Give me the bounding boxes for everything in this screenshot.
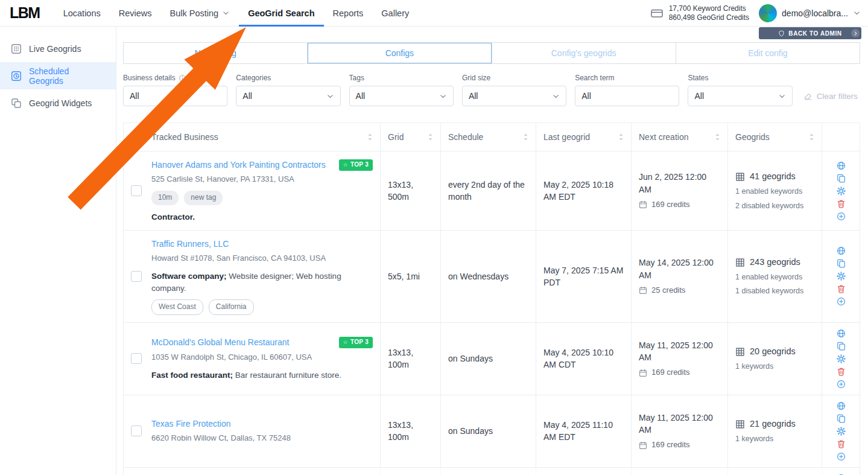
business-link[interactable]: Hanover Adams and York Painting Contract… [151,159,326,171]
delete-button[interactable] [837,367,846,376]
sort-icon[interactable] [715,133,720,141]
app-root: LBM Locations Reviews Bulk Posting GeoGr… [0,0,868,475]
nav-label: Reports [333,8,364,18]
row-checkbox[interactable] [131,426,142,436]
tracked-business-cell: Hanover Adams and York Painting Contract… [124,151,381,230]
app-logo[interactable]: LBM [10,4,40,22]
settings-button[interactable] [837,427,846,436]
next-creation-cell: Jun 2, 2025 12:00 AM 169 credits [632,151,728,230]
credit-card-icon [650,8,664,19]
settings-button[interactable] [837,186,846,196]
row-checkbox[interactable] [131,185,142,196]
star-icon: ☆ [343,339,348,346]
filter-states: States All [688,74,792,106]
tags-select[interactable]: All [349,86,454,106]
sort-icon[interactable] [428,133,433,141]
categories-select[interactable]: All [236,86,340,106]
clear-filters-label: Clear filters [817,92,858,101]
duplicate-button[interactable] [837,342,846,351]
tab-configs[interactable]: Configs [307,43,491,63]
grid-cell: 13x13, 100m [381,323,441,395]
next-creation-date: May 14, 2025 12:00 AM [639,257,720,281]
geogrids-cell: 20 geogrids 1 keywords [728,323,822,395]
grid-size-select[interactable]: All [462,86,566,106]
next-creation-cell: May 14, 2025 12:00 AM 25 credits [632,231,728,322]
nav-geogrid-search[interactable]: GeoGrid Search [239,0,323,26]
sort-icon[interactable] [367,133,373,141]
last-geogrid-cell: May 2, 2025 10:18 AM EDT [536,151,632,230]
clock-icon [11,71,22,81]
select-value: All [469,91,478,101]
geogrids-cell: 243 geogrids 1 enabled keywords 1 disabl… [728,231,822,322]
sort-icon[interactable] [809,133,814,141]
duplicate-button[interactable] [837,259,846,268]
add-button[interactable] [837,380,846,389]
last-geogrid-cell: May 4, 2025 11:10 AM EDT [536,395,632,467]
nav-bulk-posting[interactable]: Bulk Posting [161,0,239,26]
sidebar-item-scheduled-geogrids[interactable]: Scheduled Geogrids [0,62,116,89]
sort-icon[interactable] [618,133,624,141]
sort-icon[interactable] [523,133,528,141]
schedule-cell: every 2nd day of the month [441,151,536,230]
nav-gallery[interactable]: Gallery [372,0,418,26]
settings-button[interactable] [837,354,846,363]
geogrids-count: 243 geogrids [750,256,800,269]
table-row: Texas Fire Protection 6620 Robin Willow … [124,395,860,468]
delete-button[interactable] [837,284,846,293]
row-checkbox[interactable] [131,353,142,364]
schedule-cell: on Sundays [441,323,536,395]
view-geogrids-button[interactable] [837,329,846,338]
back-to-admin-button[interactable]: BACK TO ADMIN [759,27,861,39]
filter-tags: Tags All [349,74,454,106]
view-geogrids-button[interactable] [837,401,846,410]
business-address: 6620 Robin Willow Ct, Dallas, TX 75248 [151,433,373,444]
geogrids-cell: 41 geogrids 1 enabled keywords 2 disable… [728,151,822,230]
top-nav-bar: LBM Locations Reviews Bulk Posting GeoGr… [0,0,868,27]
duplicate-button[interactable] [837,174,846,183]
business-categories: Fast food restaurant; Bar restaurant fur… [151,369,373,381]
add-button[interactable] [837,297,846,306]
sidebar-item-live-geogrids[interactable]: Live Geogrids [0,35,116,62]
user-menu[interactable]: demo@localbra... [759,4,861,22]
tag-pill: California [209,299,254,314]
avatar [759,4,777,22]
select-value: All [242,91,252,101]
row-checkbox[interactable] [131,271,142,282]
nav-reviews[interactable]: Reviews [110,0,161,26]
nav-locations[interactable]: Locations [54,0,110,26]
nav-reports[interactable]: Reports [324,0,373,26]
table-row: Hanover Adams and York Painting Contract… [124,151,860,231]
eraser-icon [803,92,813,101]
business-address: 525 Carlisle St, Hanover, PA 17331, USA [151,174,373,185]
view-geogrids-button[interactable] [837,246,846,255]
delete-button[interactable] [837,199,846,208]
clear-filters-button[interactable]: Clear filters [801,86,860,106]
next-creation-date: Jun 2, 2025 12:00 AM [639,171,720,196]
chevron-down-icon [853,9,861,17]
view-geogrids-button[interactable] [837,161,846,170]
tag-pill: 10m [151,191,179,205]
business-link[interactable]: Traffic Runners, LLC [151,238,229,250]
next-creation-cell: May 11, 2025 12:00 AM 169 credits [632,323,728,395]
filter-label: Tags [349,74,454,82]
sidebar: Live Geogrids Scheduled Geogrids Geogrid… [0,27,116,475]
select-all-checkbox[interactable] [131,132,142,142]
grid-dots-icon [11,43,22,54]
settings-button[interactable] [837,272,846,281]
sidebar-item-geogrid-widgets[interactable]: Geogrid Widgets [0,89,116,116]
duplicate-button[interactable] [837,414,846,423]
search-term-input[interactable] [575,86,679,106]
tab-new-config[interactable]: New config [124,43,307,63]
filter-business-details: Business details [123,74,227,106]
business-link[interactable]: Texas Fire Protection [151,418,231,430]
calendar-icon [639,441,647,450]
delete-button[interactable] [837,439,846,448]
sidebar-item-label: Geogrid Widgets [29,98,92,108]
add-button[interactable] [837,452,846,461]
states-select[interactable]: All [688,86,792,106]
business-details-input[interactable] [123,86,227,106]
grid-cell: 5x5, 1mi [381,231,441,322]
keywords-count: 1 keywords [735,433,814,444]
add-button[interactable] [837,212,846,221]
business-link[interactable]: McDonald's Global Menu Restaurant [151,336,289,348]
